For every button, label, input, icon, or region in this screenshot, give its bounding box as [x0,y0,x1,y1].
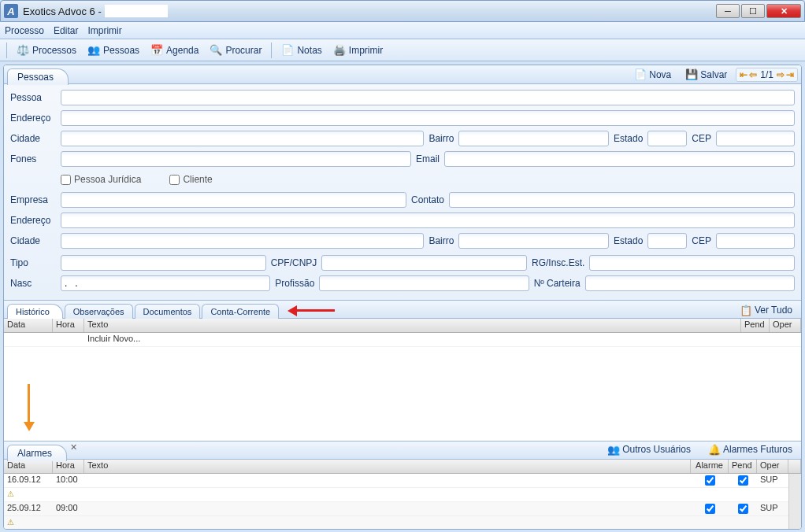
grid-row-new[interactable]: Incluir Novo... [4,333,801,347]
toolbar-notas[interactable]: 📄Notas [278,42,325,58]
empresa-label: Empresa [10,194,56,205]
main-frame: Pessoas 📄Nova 💾Salvar ⇤ ⇦ 1/1 ⇨ ⇥ Pessoa… [3,65,802,530]
alarme-check[interactable] [705,504,715,514]
email-input[interactable] [444,151,795,167]
calendar-icon: 📅 [150,44,163,57]
menu-processo[interactable]: Processo [5,25,44,36]
empresa-input[interactable] [61,192,406,208]
endereco-input[interactable] [61,110,795,126]
carteira-label: Nº Carteira [534,278,581,289]
col-hora[interactable]: Hora [53,319,84,332]
toolbar-imprimir[interactable]: 🖨️Imprimir [330,42,386,58]
tipo-label: Tipo [10,257,56,268]
acol-pend[interactable]: Pend [729,460,757,473]
endereco2-input[interactable] [61,212,795,228]
tab-historico[interactable]: Histórico [7,304,63,319]
carteira-input[interactable] [585,275,795,291]
tipo-input[interactable] [61,255,266,271]
alarmes-grid: Data Hora Texto Alarme Pend Oper 16.09.1… [4,460,801,529]
alarme-row-warn: ⚠ [4,516,788,530]
minimize-button[interactable]: ─ [716,4,740,18]
endereco-label: Endereço [10,113,56,124]
fones-input[interactable] [61,151,411,167]
rg-input[interactable] [589,255,795,271]
pessoa-label: Pessoa [10,92,56,103]
profissao-input[interactable] [319,275,529,291]
alarmes-close[interactable]: ✕ [70,442,77,453]
col-data[interactable]: Data [4,319,53,332]
estado2-label: Estado [614,235,643,246]
estado2-input[interactable] [647,233,687,249]
menu-editar[interactable]: Editar [54,25,78,36]
bairro-input[interactable] [458,131,609,146]
col-texto[interactable]: Texto [84,319,741,332]
cpf-input[interactable] [321,255,527,271]
alarme-row[interactable]: 16.09.1210:00SUP [4,474,788,488]
nova-button[interactable]: 📄Nova [629,67,677,83]
menu-imprimir[interactable]: Imprimir [87,25,121,36]
acol-oper[interactable]: Oper [757,460,788,473]
contato-label: Contato [411,194,444,205]
alarme-check[interactable] [705,475,715,486]
toolbar-pessoas[interactable]: 👥Pessoas [84,42,143,58]
pend-check[interactable] [738,475,748,486]
toolbar-agenda[interactable]: 📅Agenda [147,42,202,58]
nasc-input[interactable] [61,275,270,291]
col-pend[interactable]: Pend [741,319,770,332]
estado-input[interactable] [647,131,687,146]
pessoa-input[interactable] [61,90,795,105]
pessoa-juridica-checkbox[interactable]: Pessoa Jurídica [61,174,141,185]
users-icon: 👥 [607,443,620,456]
print-icon: 🖨️ [333,44,346,57]
bairro2-input[interactable] [458,233,609,249]
record-navigator: ⇤ ⇦ 1/1 ⇨ ⇥ [736,68,798,82]
cep2-input[interactable] [716,233,795,249]
acol-hora[interactable]: Hora [53,460,84,473]
new-icon: 📄 [634,68,647,81]
tab-documentos[interactable]: Documentos [135,304,201,319]
acol-data[interactable]: Data [4,460,53,473]
cidade2-input[interactable] [61,233,424,249]
cep-label: CEP [692,133,711,144]
scales-icon: ⚖️ [17,44,29,57]
tab-conta-corrente[interactable]: Conta-Corrente [202,304,279,319]
nav-prev[interactable]: ⇦ [749,69,757,80]
view-all-icon: 📋 [740,304,752,316]
alarme-row-warn: ⚠ [4,488,788,502]
alarmes-futuros-button[interactable]: 🔔Alarmes Futuros [703,441,798,457]
alarmes-scrollbar[interactable] [788,474,801,529]
outros-usuarios-button[interactable]: 👥Outros Usuários [602,441,696,457]
acol-texto[interactable]: Texto [84,460,691,473]
nav-first[interactable]: ⇤ [740,69,748,80]
alarmes-header: Alarmes ✕ 👥Outros Usuários 🔔Alarmes Futu… [4,441,801,460]
alarme-row[interactable]: 25.09.1209:00SUP [4,502,788,516]
cep-input[interactable] [716,131,795,146]
ver-tudo-button[interactable]: 📋Ver Tudo [734,302,798,318]
nav-last[interactable]: ⇥ [786,69,794,80]
acol-alarme[interactable]: Alarme [691,460,729,473]
cliente-checkbox[interactable]: Cliente [169,174,212,185]
section-header: Pessoas 📄Nova 💾Salvar ⇤ ⇦ 1/1 ⇨ ⇥ [4,65,801,84]
nav-next[interactable]: ⇨ [777,69,785,80]
section-tab-pessoas[interactable]: Pessoas [7,68,69,85]
bairro2-label: Bairro [428,235,454,246]
contato-input[interactable] [449,192,795,208]
cidade-input[interactable] [61,131,424,146]
tab-observacoes[interactable]: Observações [65,304,133,319]
rg-label: RG/Insc.Est. [532,257,584,268]
close-button[interactable]: ✕ [766,4,801,18]
col-oper[interactable]: Oper [770,319,801,332]
tab-alarmes[interactable]: Alarmes [7,445,67,461]
menu-bar: Processo Editar Imprimir [0,22,805,39]
form-pane: Pessoa Endereço Cidade Bairro Estado CEP… [4,84,801,300]
bairro-label: Bairro [428,133,454,144]
warning-icon: ⚠ [7,490,14,498]
toolbar-procurar[interactable]: 🔍Procurar [206,42,265,58]
email-label: Email [416,153,440,164]
maximize-button[interactable]: ☐ [741,4,765,18]
salvar-button[interactable]: 💾Salvar [680,67,733,83]
toolbar-processos[interactable]: ⚖️Processos [13,42,80,58]
pend-check[interactable] [738,504,748,514]
fones-label: Fones [10,153,56,164]
window-title: Exotics Advoc 6 - [23,6,102,17]
